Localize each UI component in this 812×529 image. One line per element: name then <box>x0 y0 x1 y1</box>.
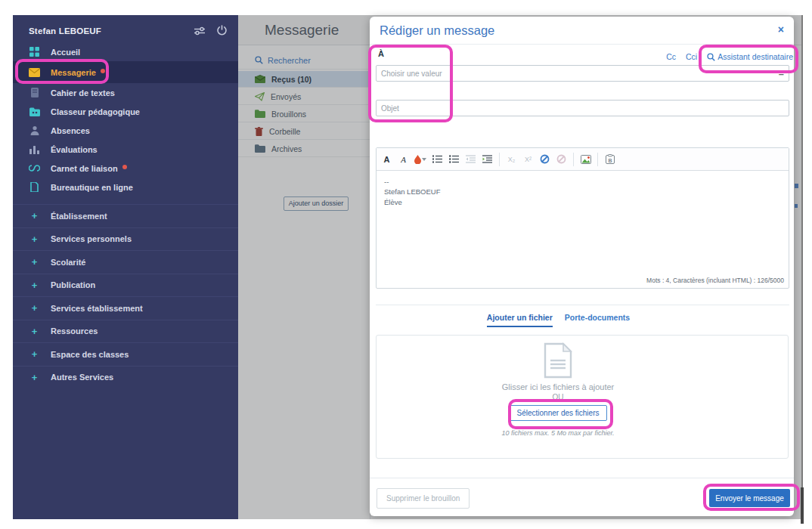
unordered-list-button[interactable] <box>448 153 460 166</box>
subject-field-wrap <box>376 100 789 116</box>
online-office-icon <box>29 181 40 193</box>
modal-header: Rédiger un message × <box>370 17 794 45</box>
delete-draft-button[interactable]: Supprimer le brouillon <box>377 488 470 509</box>
recipient-links: Cc Cci Assistant destinataire <box>666 52 793 61</box>
outdent-button[interactable] <box>465 153 476 166</box>
modal-title: Rédiger un message <box>380 23 494 38</box>
section-divider <box>376 305 789 305</box>
sidebar-item-evaluations[interactable]: Évaluations <box>13 140 238 159</box>
italic-button[interactable]: A <box>398 153 409 166</box>
menu-hamburger-icon[interactable]: ≡ <box>778 67 784 79</box>
sidebar-item-label: Bureautique en ligne <box>51 183 133 192</box>
close-icon[interactable]: × <box>778 23 784 36</box>
remove-link-button[interactable] <box>556 153 567 166</box>
sidebar-item-label: Accueil <box>51 48 80 57</box>
envelope-icon <box>29 67 40 78</box>
sidebar-section-label: Établissement <box>51 212 107 221</box>
expand-plus-icon: + <box>29 348 40 360</box>
page-scrollbar-thumb[interactable] <box>801 487 804 524</box>
sidebar-section-publication[interactable]: + Publication <box>13 274 238 297</box>
expand-plus-icon: + <box>29 210 40 221</box>
expand-plus-icon: + <box>29 326 40 337</box>
sidebar-sections: + Établissement + Services personnels + … <box>13 204 238 388</box>
bar-chart-icon <box>29 144 40 155</box>
sidebar-item-label: Messagerie <box>51 68 96 77</box>
toolbar-separator <box>573 153 574 166</box>
sidebar-section-label: Espace des classes <box>51 350 129 359</box>
document-icon <box>544 342 572 379</box>
background-text-fragment <box>795 204 798 208</box>
sidebar-item-absences[interactable]: Absences <box>13 121 238 140</box>
sidebar-section-label: Ressources <box>51 326 98 336</box>
sidebar-section-services-etablissement[interactable]: + Services établissement <box>13 296 238 320</box>
paste-from-word-button[interactable]: B <box>604 153 615 166</box>
message-body[interactable]: -- Stefan LEBOEUF Élève Mots : 4, Caract… <box>377 171 789 289</box>
binder-icon <box>29 106 40 117</box>
indent-button[interactable] <box>482 153 493 166</box>
sidebar-item-carnet-de-liaison[interactable]: Carnet de liaison <box>13 159 238 178</box>
settings-sliders-icon[interactable] <box>194 26 206 36</box>
assistant-destinataire-link[interactable]: Assistant destinataire <box>707 52 793 61</box>
notebook-icon <box>29 87 40 98</box>
file-limits-note: 10 fichiers max. 5 Mo max par fichier. <box>501 429 614 437</box>
grid-icon <box>29 46 40 57</box>
text-color-button[interactable] <box>414 153 426 166</box>
attachment-tabs: Ajouter un fichier Porte-documents <box>376 313 789 327</box>
user-name: Stefan LEBOEUF <box>29 26 101 36</box>
insert-link-button[interactable] <box>539 153 550 166</box>
signature-name: Stefan LEBOEUF <box>384 187 781 196</box>
file-dropzone[interactable]: Glisser ici les fichiers à ajouter OU Sé… <box>376 335 789 459</box>
superscript-button[interactable]: X² <box>522 153 534 166</box>
sidebar-nav: Accueil Messagerie Cahier de textes Clas… <box>13 42 238 196</box>
sidebar-item-cahier-de-textes[interactable]: Cahier de textes <box>13 83 238 102</box>
sidebar-section-ressources[interactable]: + Ressources <box>13 320 238 343</box>
insert-image-button[interactable] <box>580 153 591 166</box>
send-message-button[interactable]: Envoyer le message <box>709 489 790 507</box>
background-text-fragment <box>795 184 798 188</box>
subscript-button[interactable]: X₂ <box>506 153 517 166</box>
sidebar-section-label: Services personnels <box>51 234 132 243</box>
tab-porte-documents[interactable]: Porte-documents <box>565 313 630 327</box>
tab-ajouter-un-fichier[interactable]: Ajouter un fichier <box>487 313 553 327</box>
sidebar-item-label: Cahier de textes <box>51 88 115 97</box>
sidebar: Stefan LEBOEUF Accueil Messagerie <box>13 15 238 519</box>
power-icon[interactable] <box>216 25 228 36</box>
sidebar-section-autres-services[interactable]: + Autres Services <box>13 366 238 389</box>
link-infinity-icon <box>29 162 40 174</box>
expand-plus-icon: + <box>29 372 40 383</box>
cci-link[interactable]: Cci <box>686 52 697 61</box>
notification-dot <box>122 165 127 169</box>
sidebar-item-accueil[interactable]: Accueil <box>13 42 238 61</box>
assistant-label: Assistant destinataire <box>717 52 793 61</box>
recipient-input[interactable] <box>377 66 789 81</box>
expand-plus-icon: + <box>29 280 40 291</box>
app-root: Stefan LEBOEUF Accueil Messagerie <box>0 0 812 529</box>
sidebar-item-label: Absences <box>51 126 90 135</box>
sidebar-item-bureautique-en-ligne[interactable]: Bureautique en ligne <box>13 178 238 196</box>
drop-hint: Glisser ici les fichiers à ajouter <box>502 382 615 391</box>
expand-plus-icon: + <box>29 302 40 314</box>
sidebar-item-messagerie[interactable]: Messagerie <box>13 61 238 83</box>
person-icon <box>29 125 40 136</box>
sidebar-section-label: Autres Services <box>51 373 113 382</box>
sidebar-item-classeur-pedagogique[interactable]: Classeur pédagogique <box>13 102 238 121</box>
toolbar-separator <box>499 153 500 166</box>
editor-toolbar: A A X₂ X² <box>377 148 789 171</box>
to-label: À <box>378 49 384 58</box>
sidebar-section-label: Services établissement <box>51 304 143 313</box>
expand-plus-icon: + <box>29 256 40 268</box>
subject-input[interactable] <box>377 101 789 116</box>
sidebar-section-services-personnels[interactable]: + Services personnels <box>13 227 238 251</box>
sidebar-section-label: Publication <box>51 280 95 289</box>
sidebar-section-espace-des-classes[interactable]: + Espace des classes <box>13 342 238 366</box>
sidebar-item-label: Évaluations <box>51 145 98 154</box>
bold-button[interactable]: A <box>381 153 392 166</box>
ordered-list-button[interactable] <box>432 153 443 166</box>
sidebar-section-scolarite[interactable]: + Scolarité <box>13 250 238 274</box>
word-count: Mots : 4, Caractères (incluant HTML) : 1… <box>646 277 784 286</box>
sidebar-section-etablissement[interactable]: + Établissement <box>13 204 238 227</box>
search-icon <box>707 53 715 61</box>
cc-link[interactable]: Cc <box>666 52 676 61</box>
select-files-button[interactable]: Sélectionner des fichiers <box>509 405 608 421</box>
svg-text:B: B <box>608 158 612 163</box>
